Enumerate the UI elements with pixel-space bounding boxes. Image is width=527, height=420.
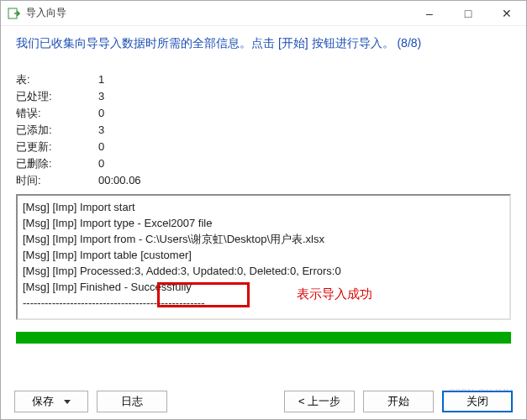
save-button[interactable]: 保存	[14, 391, 88, 412]
headline-text: 我们已收集向导导入数据时所需的全部信息。点击 [开始] 按钮进行导入。 (8/8…	[16, 36, 511, 51]
start-button-label: 开始	[387, 394, 409, 409]
stat-label: 已处理:	[16, 88, 98, 105]
log-line: [Msg] [Imp] Import table [customer]	[23, 247, 504, 263]
stat-row-errors: 错误: 0	[16, 105, 511, 122]
close-window-button[interactable]: ✕	[487, 1, 526, 26]
stat-value: 3	[98, 122, 104, 139]
log-line: [Msg] [Imp] Import from - C:\Users\谢京虹\D…	[23, 231, 504, 247]
stat-row-tables: 表: 1	[16, 71, 511, 88]
close-button[interactable]: 关闭	[442, 391, 513, 412]
close-button-label: 关闭	[466, 394, 488, 409]
stat-value: 1	[98, 71, 104, 88]
stat-label: 表:	[16, 71, 98, 88]
stat-label: 错误:	[16, 105, 98, 122]
stat-value: 0	[98, 155, 104, 172]
window-title: 导入向导	[26, 6, 410, 20]
log-button-label: 日志	[121, 394, 143, 409]
stat-label: 已更新:	[16, 139, 98, 155]
log-line: ----------------------------------------…	[23, 295, 504, 311]
log-button[interactable]: 日志	[97, 391, 167, 412]
stat-row-updated: 已更新: 0	[16, 139, 511, 155]
log-textarea[interactable]: [Msg] [Imp] Import start [Msg] [Imp] Imp…	[16, 194, 511, 320]
stat-label: 时间:	[16, 172, 98, 189]
stat-row-added: 已添加: 3	[16, 122, 511, 139]
stat-label: 已添加:	[16, 122, 98, 139]
log-line: [Msg] [Imp] Finished - Successfully	[23, 279, 504, 295]
stat-value: 00:00.06	[98, 172, 141, 189]
back-button[interactable]: < 上一步	[284, 391, 355, 412]
log-line: [Msg] [Imp] Import type - Excel2007 file	[23, 215, 504, 231]
save-button-label: 保存	[32, 394, 54, 409]
stat-row-processed: 已处理: 3	[16, 88, 511, 105]
minimize-button[interactable]: –	[410, 1, 449, 26]
progress-bar	[16, 332, 511, 344]
stat-row-time: 时间: 00:00.06	[16, 172, 511, 189]
window-controls: – □ ✕	[410, 1, 526, 26]
stat-label: 已删除:	[16, 155, 98, 172]
stats-block: 表: 1 已处理: 3 错误: 0 已添加: 3 已更新: 0 已删除: 0 时…	[16, 71, 511, 189]
button-row: 保存 日志 < 上一步 开始 关闭	[14, 391, 513, 412]
title-bar: 导入向导 – □ ✕	[1, 1, 526, 26]
maximize-button[interactable]: □	[449, 1, 487, 26]
import-wizard-icon	[8, 7, 21, 20]
stat-value: 3	[98, 88, 104, 105]
stat-value: 0	[98, 139, 104, 155]
back-button-label: < 上一步	[298, 394, 340, 409]
stat-row-deleted: 已删除: 0	[16, 155, 511, 172]
log-line: [Msg] [Imp] Processed:3, Added:3, Update…	[23, 263, 504, 279]
log-line: [Msg] [Imp] Import start	[23, 199, 504, 215]
start-button[interactable]: 开始	[363, 391, 434, 412]
content-area: 我们已收集向导导入数据时所需的全部信息。点击 [开始] 按钮进行导入。 (8/8…	[1, 26, 526, 320]
stat-value: 0	[98, 105, 104, 122]
